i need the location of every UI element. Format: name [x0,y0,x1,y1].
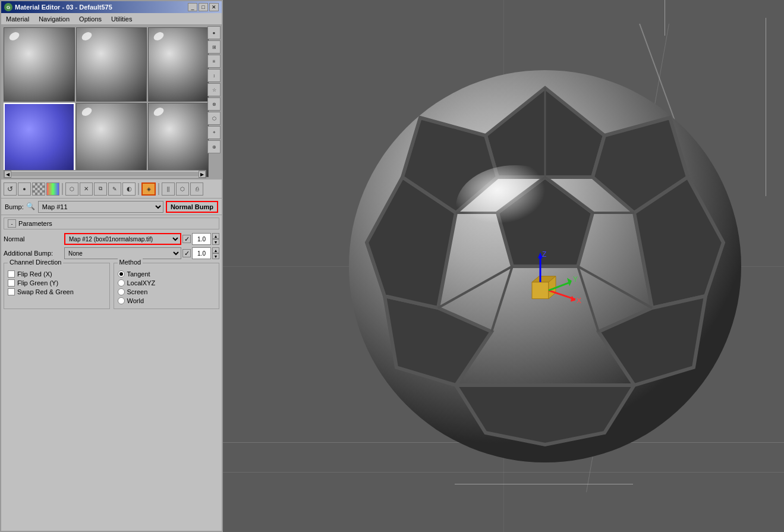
app-icon: G [4,3,12,11]
world-label: World [127,297,144,304]
svg-rect-10 [532,282,549,298]
menu-material[interactable]: Material [4,15,32,23]
method-group: Method Tangent LocalXYZ Screen [114,263,220,309]
material-preview-area: ● ⊞ ≡ ↕ ☆ ⊗ ⬡ ⌖ ⊕ ◀ ▶ [1,25,222,180]
preview-hscrollbar[interactable]: ◀ ▶ [4,170,206,178]
normal-map-number[interactable] [192,233,211,245]
svg-text:Z: Z [542,250,546,258]
side-btn-2[interactable]: ⊞ [207,40,221,53]
preview-side-toolbar: ● ⊞ ≡ ↕ ☆ ⊗ ⬡ ⌖ ⊕ [207,26,221,178]
material-sphere-1[interactable] [4,27,75,102]
flip-red-row: Flip Red (X) [8,270,106,278]
flip-red-label: Flip Red (X) [17,270,52,278]
additional-bump-spin-down[interactable]: ▼ [212,253,219,259]
close-button[interactable]: ✕ [209,3,219,11]
toolbar-reset[interactable]: ✕ [80,182,93,196]
toolbar-get-material[interactable]: ◐ [122,182,136,196]
localxyz-label: LocalXYZ [127,279,156,287]
separator-3 [158,183,159,195]
material-sphere-6[interactable] [148,103,209,177]
svg-text:Y: Y [573,275,578,283]
toolbar-rotate[interactable]: ↺ [4,182,17,196]
material-sphere-5[interactable] [76,103,147,177]
flip-green-checkbox[interactable] [8,279,15,287]
menu-options[interactable]: Options [77,15,104,23]
normal-map-spin-down[interactable]: ▼ [212,239,219,245]
guide-line-top-right [766,18,766,196]
params-header-label: Parameters [18,220,52,227]
normal-map-spinner: ▲ ▼ [212,233,219,245]
minimize-button[interactable]: _ [188,3,197,11]
additional-bump-label: Additional Bump: [4,250,63,257]
normal-map-label: Normal [4,235,63,243]
localxyz-radio[interactable] [118,279,125,287]
channel-direction-legend: Channel Direction [8,259,63,266]
side-btn-8[interactable]: ⌖ [207,126,221,139]
swap-red-green-row: Swap Red & Green [8,288,106,295]
bump-row: Bump: 🔍 Map #11 Normal Bump [1,199,222,215]
additional-bump-spin-up[interactable]: ▲ [212,247,219,253]
material-sphere-3[interactable] [148,27,209,102]
title-bar: G Material Editor - 03 - Default575 _ □ … [1,1,222,13]
toolbar-color[interactable] [46,182,59,196]
normal-bump-button[interactable]: Normal Bump [166,201,218,213]
menu-utilities[interactable]: Utilities [109,15,134,23]
flip-red-checkbox[interactable] [8,270,15,278]
material-sphere-2[interactable] [76,27,147,102]
separator-1 [62,183,63,195]
maximize-button[interactable]: □ [199,3,208,11]
toolbar-assign[interactable]: ⬡ [65,182,78,196]
additional-bump-dropdown[interactable]: None [64,247,181,259]
additional-bump-spinner: ▲ ▼ [212,247,219,259]
scroll-left-btn[interactable]: ◀ [4,171,11,178]
bump-map-dropdown[interactable]: Map #11 [38,201,163,213]
bottom-groups: Channel Direction Flip Red (X) Flip Gree… [4,263,219,309]
scroll-track-h [11,172,199,177]
toolbar-render[interactable]: ● [18,182,31,196]
tangent-label: Tangent [127,270,150,278]
side-btn-9[interactable]: ⊕ [207,140,221,153]
screen-row: Screen [118,288,216,295]
side-btn-3[interactable]: ≡ [207,55,221,68]
toolbar-print[interactable]: ⎙ [190,182,203,196]
guide-line-top-short [665,0,665,36]
additional-bump-row: Additional Bump: None ✓ ▲ ▼ [4,247,219,259]
toolbar-pick[interactable]: || [162,182,175,196]
side-btn-6[interactable]: ⊗ [207,97,221,111]
toolbar-rename[interactable]: ✎ [108,182,121,196]
world-row: World [118,297,216,304]
toolbar-duplicate[interactable]: ⧉ [94,182,107,196]
screen-label: Screen [127,288,148,295]
bump-label: Bump: [5,203,24,210]
bump-icon[interactable]: 🔍 [26,202,36,212]
tangent-radio[interactable] [118,270,125,278]
toolbar-background[interactable]: ⬡ [176,182,189,196]
svg-marker-20 [567,278,572,286]
swap-red-green-label: Swap Red & Green [17,288,74,295]
ball-highlight [456,165,575,248]
side-btn-5[interactable]: ☆ [207,83,221,96]
side-btn-1[interactable]: ● [207,26,221,39]
additional-bump-checkbox[interactable]: ✓ [182,249,191,257]
toolbar-show-map[interactable]: ◈ [141,182,156,196]
side-btn-4[interactable]: ↕ [207,69,221,82]
world-radio[interactable] [118,297,125,304]
params-collapse-btn[interactable]: - [8,219,16,228]
scroll-right-btn[interactable]: ▶ [199,171,206,178]
toolbar-checker[interactable] [32,182,45,196]
side-btn-7[interactable]: ⬡ [207,112,221,125]
normal-map-spin-up[interactable]: ▲ [212,233,219,239]
screen-radio[interactable] [118,288,125,295]
additional-bump-number[interactable] [192,247,211,259]
channel-direction-group: Channel Direction Flip Red (X) Flip Gree… [4,263,110,309]
coordinate-axes: Z X Y [499,249,583,333]
material-sphere-4[interactable] [4,103,75,177]
normal-map-checkbox[interactable]: ✓ [182,235,191,243]
method-legend: Method [118,259,143,266]
menu-navigation[interactable]: Navigation [36,15,72,23]
swap-red-green-checkbox[interactable] [8,288,15,295]
params-header: - Parameters [4,218,219,229]
normal-map-dropdown[interactable]: Map #12 (box01normalsmap.tif) [64,233,181,245]
window-title: Material Editor - 03 - Default575 [15,4,112,11]
flip-green-row: Flip Green (Y) [8,279,106,287]
